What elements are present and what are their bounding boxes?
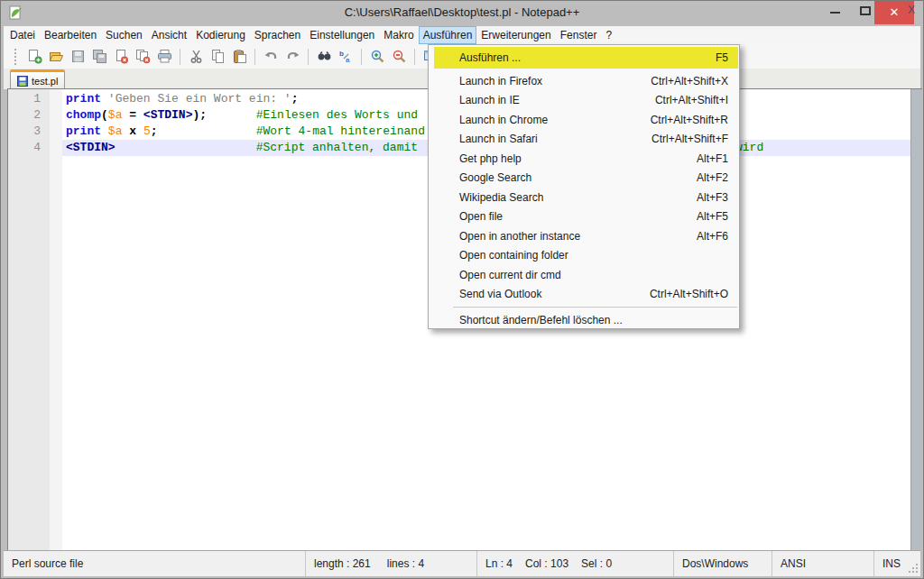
menu-item-shortcut: Ctrl+Alt+Shift+O — [650, 288, 728, 300]
run-menu-item-launch-in-chrome[interactable]: Launch in ChromeCtrl+Alt+Shift+R — [429, 110, 739, 130]
status-length: length : 261 — [314, 557, 371, 570]
token-var: $a — [108, 108, 123, 122]
menubar-item-?[interactable]: ? — [601, 26, 616, 44]
run-menu-item-google-search[interactable]: Google SearchAlt+F2 — [429, 169, 739, 188]
toolbar-separator — [361, 49, 362, 65]
token-stdin: <STDIN> — [66, 141, 116, 154]
run-menu-item-launch-in-firefox[interactable]: Launch in FirefoxCtrl+Alt+Shift+X — [429, 71, 739, 91]
menu-item-label: Send via Outlook — [459, 288, 541, 300]
status-doc-size: length : 261 lines : 4 — [306, 551, 477, 576]
run-menu-item-shortcut-ändern-befehl-löschen[interactable]: Shortcut ändern/Befehl löschen ... — [429, 310, 739, 330]
minimize-button[interactable] — [830, 12, 840, 14]
close-document-x[interactable]: X — [908, 4, 915, 16]
fold-margin[interactable] — [50, 89, 62, 550]
menu-item-label: Open containing folder — [459, 249, 568, 262]
zoom-in-icon[interactable] — [369, 49, 385, 65]
token-stdin: <STDIN> — [143, 108, 193, 122]
menubar-item-fenster[interactable]: Fenster — [556, 26, 602, 44]
status-lines: lines : 4 — [387, 557, 424, 570]
menu-item-shortcut: Ctrl+Alt+Shift+X — [651, 75, 728, 87]
new-file-icon[interactable] — [26, 49, 42, 65]
run-menu-item-get-php-help[interactable]: Get php helpAlt+F1 — [429, 149, 739, 169]
menu-item-label: Get php help — [459, 152, 522, 165]
menubar-item-sprachen[interactable]: Sprachen — [250, 26, 305, 44]
menubar-item-makro[interactable]: Makro — [379, 26, 418, 44]
menubar-item-ausfhren[interactable]: Ausführen — [419, 26, 477, 44]
saved-file-icon — [17, 76, 28, 87]
line-number: 3 — [8, 124, 50, 140]
status-col: Col : 103 — [525, 557, 568, 570]
copy-icon[interactable] — [209, 49, 226, 65]
menubar-item-datei[interactable]: Datei — [5, 26, 40, 44]
token-pl — [207, 108, 256, 122]
menu-item-shortcut: Alt+F5 — [697, 210, 728, 223]
window-title: C:\Users\Raffael\Desktop\test.pl - Notep… — [1, 5, 923, 19]
menu-item-label: Launch in Firefox — [459, 75, 542, 87]
close-all-icon[interactable] — [134, 49, 151, 65]
zoom-out-icon[interactable] — [391, 49, 407, 65]
menubar-item-suchen[interactable]: Suchen — [101, 26, 147, 44]
run-menu-item-launch-in-safari[interactable]: Launch in SafariCtrl+Alt+Shift+F — [429, 130, 739, 150]
title-bar: C:\Users\Raffael\Desktop\test.pl - Notep… — [1, 1, 923, 26]
vertical-scrollbar[interactable] — [910, 89, 922, 550]
token-pl — [116, 141, 256, 154]
menu-item-shortcut: Ctrl+Alt+Shift+F — [651, 133, 728, 145]
replace-icon[interactable]: ba — [337, 49, 354, 65]
token-num: 5 — [143, 124, 151, 138]
token-pl — [136, 124, 143, 138]
line-number: 4 — [8, 140, 50, 156]
token-pl — [101, 92, 108, 106]
tab-test-pl[interactable]: test.pl — [10, 69, 65, 89]
menubar-item-bearbeiten[interactable]: Bearbeiten — [40, 26, 101, 44]
menu-item-label: Google Search — [459, 171, 531, 184]
run-menu-item-send-via-outlook[interactable]: Send via OutlookCtrl+Alt+Shift+O — [429, 285, 739, 305]
redo-icon[interactable] — [284, 49, 300, 65]
run-menu-item-ausführen[interactable]: Ausführen ...F5 — [434, 47, 738, 69]
status-cursor-position: Ln : 4 Col : 103 Sel : 0 — [477, 551, 674, 576]
open-icon[interactable] — [48, 49, 64, 65]
find-icon[interactable] — [316, 49, 332, 65]
menu-item-label: Open in another instance — [459, 230, 580, 243]
menubar-item-ansicht[interactable]: Ansicht — [147, 26, 191, 44]
token-com: #Script anhalten, damit — [256, 141, 418, 154]
token-str: 'Geben Sie ein Wort ein: ' — [108, 92, 291, 106]
status-eol-format[interactable]: Dos\Windows — [674, 551, 772, 576]
menu-bar: DateiBearbeitenSuchenAnsichtKodierungSpr… — [4, 26, 920, 44]
menu-item-label: Launch in IE — [459, 94, 520, 106]
close-icon[interactable] — [113, 49, 129, 65]
toolbar-separator — [414, 49, 415, 65]
run-menu-item-launch-in-ie[interactable]: Launch in IECtrl+Alt+Shift+I — [429, 91, 739, 111]
menu-item-label: Wikipedia Search — [459, 191, 543, 204]
cut-icon[interactable] — [188, 49, 204, 65]
token-kw: print — [66, 124, 101, 138]
resize-grip[interactable] — [908, 563, 919, 574]
toolbar-separator — [180, 49, 180, 65]
paste-icon[interactable] — [231, 49, 247, 65]
maximize-button[interactable] — [860, 6, 871, 15]
menu-item-shortcut: Alt+F2 — [697, 171, 728, 184]
menubar-item-einstellungen[interactable]: Einstellungen — [305, 26, 379, 44]
run-menu-item-open-in-another-instance[interactable]: Open in another instanceAlt+F6 — [429, 226, 739, 246]
save-icon[interactable] — [69, 49, 86, 65]
undo-icon[interactable] — [263, 49, 279, 65]
token-op: ; — [151, 124, 158, 138]
menubar-item-erweiterungen[interactable]: Erweiterungen — [476, 26, 555, 44]
menu-item-label: Open file — [459, 210, 503, 223]
save-all-icon[interactable] — [91, 49, 107, 65]
token-op: = — [122, 108, 143, 122]
run-menu-item-open-file[interactable]: Open fileAlt+F5 — [429, 207, 739, 227]
token-com: #Wort 4-mal hintereinand — [256, 124, 425, 138]
token-kw: print — [66, 92, 101, 106]
menu-item-shortcut: Ctrl+Alt+Shift+R — [651, 114, 728, 126]
menu-item-label: Launch in Chrome — [459, 114, 548, 126]
token-op: ); — [192, 108, 207, 122]
run-menu-item-wikipedia-search[interactable]: Wikipedia SearchAlt+F3 — [429, 188, 739, 207]
menu-item-shortcut: Alt+F3 — [697, 191, 728, 204]
menubar-item-kodierung[interactable]: Kodierung — [191, 26, 250, 44]
run-menu-item-open-current-dir-cmd[interactable]: Open current dir cmd — [429, 265, 739, 285]
print-icon[interactable] — [156, 49, 172, 65]
menu-item-shortcut: Alt+F6 — [697, 230, 728, 243]
status-encoding[interactable]: ANSI — [772, 551, 874, 576]
token-var: $a — [108, 124, 123, 138]
run-menu-item-open-containing-folder[interactable]: Open containing folder — [429, 246, 739, 266]
